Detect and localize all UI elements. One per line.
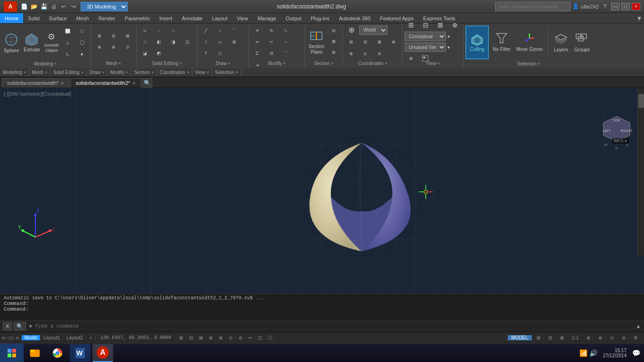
doc-search-btn[interactable]: 🔍 xyxy=(142,78,152,88)
mesh-btn1[interactable]: ⊞ xyxy=(93,31,106,41)
status-grid-btn[interactable]: ⊟ xyxy=(186,335,196,340)
status-icon3[interactable]: ⊠ xyxy=(557,335,567,340)
status-ortho-btn[interactable]: ⊠ xyxy=(196,335,206,340)
viewport[interactable]: [-][SW Isometric][Conceptual] xyxy=(0,88,644,294)
vertical-scrollbar[interactable] xyxy=(637,88,644,256)
status-icon5[interactable]: ⊗ xyxy=(595,335,605,340)
scrollbar-thumb[interactable] xyxy=(638,94,644,108)
rbb-section[interactable]: Section ▾ xyxy=(131,68,157,76)
view-label[interactable]: View ▾ xyxy=(405,59,461,66)
named-view-dropdown[interactable]: Unsaved View xyxy=(405,42,446,52)
mirror-btn[interactable]: ⇔ xyxy=(251,37,264,47)
cone-btn[interactable]: △ xyxy=(61,37,74,48)
rbb-coordinates[interactable]: Coordinates ▾ xyxy=(157,68,192,76)
world-dropdown[interactable]: World xyxy=(359,25,388,35)
rbb-view[interactable]: View ▾ xyxy=(192,68,213,76)
menu-plugins[interactable]: Plug-ins xyxy=(306,13,334,23)
modify-label[interactable]: Modify ▾ xyxy=(251,59,303,66)
solid-edit-btn2[interactable]: ◧ xyxy=(153,37,166,47)
coord-btn3[interactable]: ⊠ xyxy=(373,37,386,47)
line-btn[interactable]: ╱ xyxy=(199,25,213,36)
search-input[interactable] xyxy=(495,2,570,11)
status-otrack-btn[interactable]: ⊙ xyxy=(226,335,236,340)
coord-btn7[interactable]: ⊘ xyxy=(373,49,386,59)
status-icon1[interactable]: ⊞ xyxy=(534,335,544,340)
taskbar-word[interactable]: W xyxy=(70,344,91,362)
subtract-btn[interactable]: − xyxy=(153,25,166,36)
doc-tab-1[interactable]: solidofaconstantwidth* ✕ xyxy=(2,78,69,88)
command-dropdown-arrow[interactable]: ▼ xyxy=(28,323,33,329)
menu-autodesk360[interactable]: Autodesk 360 xyxy=(334,13,375,23)
status-polar-btn[interactable]: ⊕ xyxy=(206,335,216,340)
coord-btn4[interactable]: ⊕ xyxy=(387,37,400,47)
status-icon6[interactable]: ⊙ xyxy=(607,335,617,340)
menu-surface[interactable]: Surface xyxy=(44,13,72,23)
undo-btn[interactable]: ↩ xyxy=(59,2,68,11)
status-lineweight-btn[interactable]: ═ xyxy=(246,335,255,340)
maximize-btn[interactable]: □ xyxy=(621,3,630,10)
solid-edit-btn5[interactable]: ◪ xyxy=(139,48,152,58)
layout-tab1[interactable]: Layout1 xyxy=(41,335,64,340)
layout-add-btn[interactable]: + xyxy=(86,335,95,340)
visual-style-arrow[interactable]: ▾ xyxy=(447,34,450,39)
section-label[interactable]: Section ▾ xyxy=(307,59,340,66)
rbb-modify[interactable]: Modify ▾ xyxy=(107,68,131,76)
nav-next[interactable]: ▷ xyxy=(11,335,15,340)
section-btn1[interactable]: ⊟ xyxy=(327,25,340,35)
command-search-btn[interactable]: 🔍 xyxy=(14,322,26,330)
notification-icon[interactable]: 💬 xyxy=(632,349,640,357)
region-btn[interactable]: ◻ xyxy=(214,48,227,58)
print-btn[interactable]: 🖨 xyxy=(50,2,58,11)
menu-home[interactable]: Home xyxy=(0,13,23,23)
status-gear[interactable]: ⚙ xyxy=(631,335,641,340)
status-ducs-btn[interactable]: ⊘ xyxy=(236,335,246,340)
mesh-btn4[interactable]: ⊕ xyxy=(93,42,106,52)
solid-edit-btn1[interactable]: □ xyxy=(139,37,152,47)
extrude-button[interactable]: Extrude xyxy=(22,26,41,58)
view-icon-btn3[interactable]: ⊠ xyxy=(434,20,447,30)
volume-icon[interactable]: 🔊 xyxy=(589,349,597,357)
draw-label[interactable]: Draw ▾ xyxy=(199,59,247,66)
cylinder-btn[interactable]: ⬡ xyxy=(75,26,89,36)
extend-btn[interactable]: ↔ xyxy=(279,37,292,47)
nav-last[interactable]: ⊳ xyxy=(16,335,20,340)
array-btn[interactable]: ⊟ xyxy=(265,48,278,58)
menu-annotate[interactable]: Annotate xyxy=(177,13,207,23)
status-select-btn[interactable]: ☐ xyxy=(265,335,276,340)
close-btn[interactable]: ✕ xyxy=(632,3,640,10)
move-gizmo-button[interactable]: Move Gizmo xyxy=(514,25,545,58)
coord-btn2[interactable]: ⊟ xyxy=(359,37,372,47)
mesh-btn3[interactable]: ⊠ xyxy=(121,31,134,41)
command-scroll-up[interactable]: ▲ xyxy=(636,323,641,329)
mesh-btn6[interactable]: ⊙ xyxy=(121,42,134,52)
status-snap-btn[interactable]: ⊞ xyxy=(176,335,186,340)
menu-parametric[interactable]: Parametric xyxy=(120,13,155,23)
scale-display[interactable]: 1:1 xyxy=(569,335,582,340)
intersect-btn[interactable]: ∩ xyxy=(167,25,180,36)
save-btn[interactable]: 💾 xyxy=(40,2,48,11)
smooth-object-btn[interactable]: ⚙ SmoothObject xyxy=(43,26,60,59)
view-icon-btn2[interactable]: ⊟ xyxy=(419,20,432,30)
status-icon4[interactable]: ⊕ xyxy=(584,335,594,340)
rbb-solid-editing[interactable]: Solid Editing ▾ xyxy=(50,68,87,76)
polyline-btn[interactable]: ⌇ xyxy=(199,37,213,47)
doc-tab-2-close[interactable]: ✕ xyxy=(132,81,136,86)
mesh-btn2[interactable]: ⊟ xyxy=(107,31,120,41)
layers-button[interactable]: Layers xyxy=(552,25,570,58)
help-btn[interactable]: ? xyxy=(601,2,609,11)
new-btn[interactable]: 📄 xyxy=(20,2,28,11)
mesh-label[interactable]: Mesh ▾ xyxy=(93,59,134,66)
doc-tab-2[interactable]: solidofaconstantwidth2* ✕ xyxy=(70,78,141,88)
rbb-selection[interactable]: Selection ▾ xyxy=(212,68,241,76)
menu-insert[interactable]: Insert xyxy=(155,13,177,23)
menu-manage[interactable]: Manage xyxy=(253,13,281,23)
trim-btn[interactable]: ✂ xyxy=(265,37,278,47)
start-button[interactable] xyxy=(0,344,24,362)
arc-btn[interactable]: ⌒ xyxy=(228,25,241,36)
mesh-btn5[interactable]: ⊗ xyxy=(107,42,120,52)
named-view-arrow[interactable]: ▾ xyxy=(447,45,450,50)
open-btn[interactable]: 📂 xyxy=(30,2,38,11)
fillet-btn[interactable]: ⌒ xyxy=(279,48,292,58)
scale-btn[interactable]: ⤡ xyxy=(279,25,292,36)
rect-btn[interactable]: ▭ xyxy=(214,37,227,47)
